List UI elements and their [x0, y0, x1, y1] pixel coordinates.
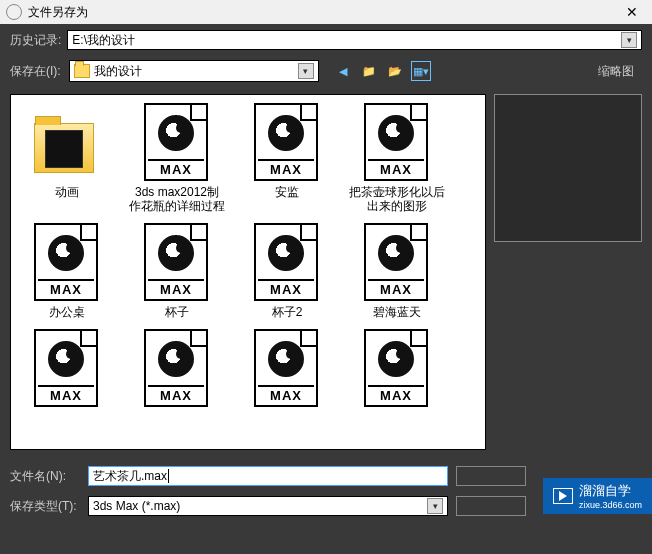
max-file-icon: MAX — [254, 223, 318, 301]
max-badge-label: MAX — [368, 385, 424, 403]
file-name-label: 把茶壶球形化以后出来的图形 — [349, 185, 445, 213]
savein-combo[interactable]: 我的设计 ▾ — [69, 60, 319, 82]
file-name-label: 办公桌 — [49, 305, 85, 319]
file-item[interactable]: MAX — [129, 329, 225, 411]
max-badge-label: MAX — [148, 159, 204, 177]
max-badge-label: MAX — [258, 385, 314, 403]
savein-value: 我的设计 — [94, 63, 294, 80]
max-badge-label: MAX — [258, 279, 314, 297]
chevron-down-icon[interactable]: ▾ — [427, 498, 443, 514]
main-area: 动画MAX3ds max2012制作花瓶的详细过程MAX安监MAX把茶壶球形化以… — [0, 94, 652, 450]
watermark-brand: 溜溜自学 — [579, 483, 631, 498]
chevron-down-icon[interactable]: ▾ — [621, 32, 637, 48]
folder-thumb-icon — [34, 123, 94, 173]
history-value: E:\我的设计 — [72, 32, 135, 49]
max-file-icon: MAX — [144, 329, 208, 407]
file-name-label: 杯子 — [165, 305, 189, 319]
max-badge-label: MAX — [368, 159, 424, 177]
view-menu-button[interactable]: ▦▾ — [411, 61, 431, 81]
close-button[interactable]: ✕ — [618, 4, 646, 20]
nav-icons: ◀ 📁 📂 ▦▾ — [333, 61, 431, 81]
file-item[interactable]: MAX办公桌 — [19, 223, 115, 319]
max-file-icon: MAX — [364, 329, 428, 407]
watermark: 溜溜自学 zixue.3d66.com — [543, 478, 652, 514]
max-badge-label: MAX — [258, 159, 314, 177]
back-button[interactable]: ◀ — [333, 61, 353, 81]
max-badge-label: MAX — [38, 385, 94, 403]
up-folder-button[interactable]: 📁 — [359, 61, 379, 81]
file-item[interactable]: MAX杯子 — [129, 223, 225, 319]
chevron-down-icon[interactable]: ▾ — [298, 63, 314, 79]
file-item[interactable]: MAX把茶壶球形化以后出来的图形 — [349, 103, 445, 213]
max-file-icon: MAX — [254, 103, 318, 181]
history-label: 历史记录: — [10, 32, 61, 49]
filetype-combo[interactable]: 3ds Max (*.max) ▾ — [88, 496, 448, 516]
max-file-icon: MAX — [34, 223, 98, 301]
filename-input[interactable]: 艺术茶几.max — [88, 466, 448, 486]
max-file-icon: MAX — [144, 223, 208, 301]
play-icon — [553, 488, 573, 504]
file-name-label: 动画 — [55, 185, 79, 199]
app-icon — [6, 4, 22, 20]
max-file-icon: MAX — [364, 223, 428, 301]
title-bar: 文件另存为 ✕ — [0, 0, 652, 24]
savein-label: 保存在(I): — [10, 63, 61, 80]
max-file-icon: MAX — [34, 329, 98, 407]
window-title: 文件另存为 — [28, 4, 618, 21]
save-button[interactable] — [456, 466, 526, 486]
max-badge-label: MAX — [148, 279, 204, 297]
watermark-url: zixue.3d66.com — [579, 500, 642, 510]
file-item[interactable]: MAX杯子2 — [239, 223, 335, 319]
file-name-label: 3ds max2012制作花瓶的详细过程 — [129, 185, 225, 213]
history-row: 历史记录: E:\我的设计 ▾ — [0, 24, 652, 56]
savein-row: 保存在(I): 我的设计 ▾ ◀ 📁 📂 ▦▾ 缩略图 — [0, 56, 652, 86]
max-file-icon: MAX — [364, 103, 428, 181]
filename-value: 艺术茶几.max — [93, 468, 167, 485]
filetype-value: 3ds Max (*.max) — [93, 499, 180, 513]
file-name-label: 安监 — [275, 185, 299, 199]
file-name-label: 杯子2 — [272, 305, 303, 319]
max-badge-label: MAX — [38, 279, 94, 297]
file-item[interactable]: MAX3ds max2012制作花瓶的详细过程 — [129, 103, 225, 213]
folder-icon — [74, 64, 90, 78]
max-file-icon: MAX — [254, 329, 318, 407]
file-item[interactable]: MAX — [239, 329, 335, 411]
file-name-label: 碧海蓝天 — [373, 305, 421, 319]
max-badge-label: MAX — [368, 279, 424, 297]
cancel-button[interactable] — [456, 496, 526, 516]
filename-label: 文件名(N): — [10, 468, 80, 485]
file-item[interactable]: MAX — [349, 329, 445, 411]
preview-pane — [494, 94, 642, 242]
file-list[interactable]: 动画MAX3ds max2012制作花瓶的详细过程MAX安监MAX把茶壶球形化以… — [10, 94, 486, 450]
new-folder-button[interactable]: 📂 — [385, 61, 405, 81]
file-item[interactable]: MAX安监 — [239, 103, 335, 213]
file-item[interactable]: MAX — [19, 329, 115, 411]
thumbnail-label: 缩略图 — [598, 63, 634, 80]
max-file-icon: MAX — [144, 103, 208, 181]
folder-item[interactable]: 动画 — [19, 103, 115, 213]
history-combo[interactable]: E:\我的设计 ▾ — [67, 30, 642, 50]
filetype-label: 保存类型(T): — [10, 498, 80, 515]
file-item[interactable]: MAX碧海蓝天 — [349, 223, 445, 319]
max-badge-label: MAX — [148, 385, 204, 403]
